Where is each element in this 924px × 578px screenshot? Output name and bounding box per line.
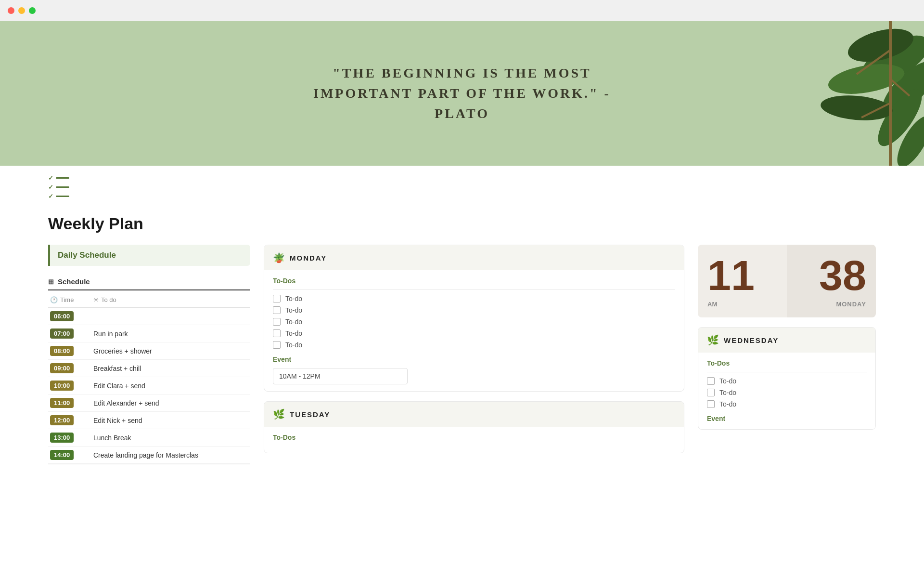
todo-label-1: To-do	[285, 295, 302, 302]
monday-name: MONDAY	[290, 254, 327, 262]
task-0800: Groceries + shower	[91, 342, 250, 360]
todo-checkbox-4[interactable]	[273, 329, 281, 337]
sun-icon: ✳	[93, 296, 99, 303]
list-item: To-do	[273, 329, 675, 337]
list-item: To-do	[707, 389, 867, 396]
monday-card: 🪴 MONDAY To-Dos To-do To-do	[264, 245, 684, 392]
task-0700: Run in park	[91, 325, 250, 342]
monday-header: 🪴 MONDAY	[264, 245, 684, 270]
time-badge-0900: 09:00	[50, 363, 74, 373]
clock-ampm: AM	[707, 301, 717, 308]
schedule-table: 🕐 Time ✳ To do 06:00 07:00 Run in park	[48, 292, 250, 464]
wed-todo-label-2: To-do	[719, 389, 736, 396]
clock-hour-number: 11	[707, 254, 755, 297]
close-button[interactable]	[8, 7, 14, 14]
todo-checkbox-5[interactable]	[273, 341, 281, 349]
monday-event-input[interactable]	[273, 368, 408, 384]
todo-checkbox-1[interactable]	[273, 295, 281, 302]
time-badge-1000: 10:00	[50, 381, 74, 391]
wed-checkbox-1[interactable]	[707, 377, 715, 385]
time-badge-0800: 08:00	[50, 346, 74, 356]
monday-body: To-Dos To-do To-do To-do	[264, 270, 684, 391]
time-col-header: 🕐 Time	[48, 292, 91, 308]
wednesday-body: To-Dos To-do To-do To-do Event	[698, 353, 875, 429]
clock-minutes-panel: 38 MONDAY	[787, 245, 876, 317]
hero-banner: "The Beginning is the Most Important Par…	[0, 21, 924, 166]
time-badge-0600: 06:00	[50, 311, 74, 321]
list-item: To-do	[273, 306, 675, 314]
time-badge-0700: 07:00	[50, 328, 74, 339]
task-0600	[91, 308, 250, 325]
monday-icon: 🪴	[273, 252, 285, 263]
left-column: Daily Schedule ⊞ Schedule 🕐 Time ✳ To do…	[48, 245, 250, 464]
wednesday-event-title: Event	[707, 415, 867, 422]
daily-schedule-label: Daily Schedule	[58, 250, 116, 260]
schedule-header: ⊞ Schedule	[48, 274, 250, 290]
clock-day: MONDAY	[836, 301, 866, 308]
clock-widget: 11 AM 38 MONDAY	[698, 245, 876, 317]
time-badge-1300: 13:00	[50, 433, 74, 443]
todo-label-2: To-do	[285, 306, 302, 314]
tuesday-card: 🌿 TUESDAY To-Dos	[264, 401, 684, 453]
tuesday-name: TUESDAY	[290, 410, 330, 419]
hero-plant-decoration	[770, 21, 924, 166]
list-item: To-do	[273, 295, 675, 302]
list-item: To-do	[707, 377, 867, 385]
maximize-button[interactable]	[29, 7, 36, 14]
daily-schedule-tab[interactable]: Daily Schedule	[48, 245, 250, 266]
grid-icon: ⊞	[48, 278, 54, 286]
page-title: Weekly Plan	[48, 214, 876, 233]
wednesday-card: 🌿 WEDNESDAY To-Dos To-do To-do	[698, 327, 876, 430]
task-1200: Edit Nick + send	[91, 412, 250, 429]
todo-col-header: ✳ To do	[91, 292, 250, 308]
tuesday-header: 🌿 TUESDAY	[264, 402, 684, 427]
checklist-icon: ✓ ✓ ✓	[48, 174, 69, 200]
columns-layout: Daily Schedule ⊞ Schedule 🕐 Time ✳ To do…	[48, 245, 876, 464]
wed-todo-label-3: To-do	[719, 400, 736, 408]
wednesday-todos-title: To-Dos	[707, 359, 867, 367]
clock-icon: 🕐	[50, 296, 58, 303]
todo-checkbox-3[interactable]	[273, 318, 281, 326]
check3: ✓	[48, 193, 53, 200]
middle-column: 🪴 MONDAY To-Dos To-do To-do	[264, 245, 684, 464]
task-1000: Edit Clara + send	[91, 377, 250, 394]
list-item: To-do	[273, 341, 675, 349]
main-content: Weekly Plan Daily Schedule ⊞ Schedule 🕐 …	[0, 200, 924, 479]
time-badge-1400: 14:00	[50, 450, 74, 460]
right-column: 11 AM 38 MONDAY 🌿 WEDNESDAY To-Dos	[698, 245, 876, 464]
wed-todo-label-1: To-do	[719, 377, 736, 385]
clock-hour-panel: 11 AM	[698, 245, 787, 317]
wednesday-icon: 🌿	[707, 334, 719, 346]
task-1400: Create landing page for Masterclas	[91, 447, 250, 464]
todo-checkbox-2[interactable]	[273, 306, 281, 314]
check2: ✓	[48, 184, 53, 191]
task-1100: Edit Alexander + send	[91, 394, 250, 412]
logo-area: ✓ ✓ ✓	[0, 166, 924, 200]
monday-event-title: Event	[273, 355, 675, 363]
task-0900: Breakfast + chill	[91, 360, 250, 377]
hero-quote: "The Beginning is the Most Important Par…	[294, 63, 630, 124]
time-badge-1100: 11:00	[50, 398, 74, 408]
wednesday-header: 🌿 WEDNESDAY	[698, 328, 875, 353]
todo-label-5: To-do	[285, 341, 302, 349]
tuesday-todos-title: To-Dos	[273, 434, 675, 441]
list-item: To-do	[273, 318, 675, 326]
tuesday-body: To-Dos	[264, 427, 684, 453]
tuesday-icon: 🌿	[273, 408, 285, 420]
schedule-label: Schedule	[58, 277, 90, 286]
monday-event-section: Event	[273, 355, 675, 384]
titlebar	[0, 0, 924, 21]
wednesday-name: WEDNESDAY	[724, 336, 779, 344]
todo-label-3: To-do	[285, 318, 302, 326]
clock-minutes-number: 38	[819, 254, 866, 297]
wed-checkbox-2[interactable]	[707, 389, 715, 396]
wed-checkbox-3[interactable]	[707, 400, 715, 408]
monday-todos-title: To-Dos	[273, 277, 675, 285]
task-1300: Lunch Break	[91, 429, 250, 447]
list-item: To-do	[707, 400, 867, 408]
todo-label-4: To-do	[285, 329, 302, 337]
time-badge-1200: 12:00	[50, 415, 74, 425]
check1: ✓	[48, 174, 53, 182]
minimize-button[interactable]	[18, 7, 25, 14]
